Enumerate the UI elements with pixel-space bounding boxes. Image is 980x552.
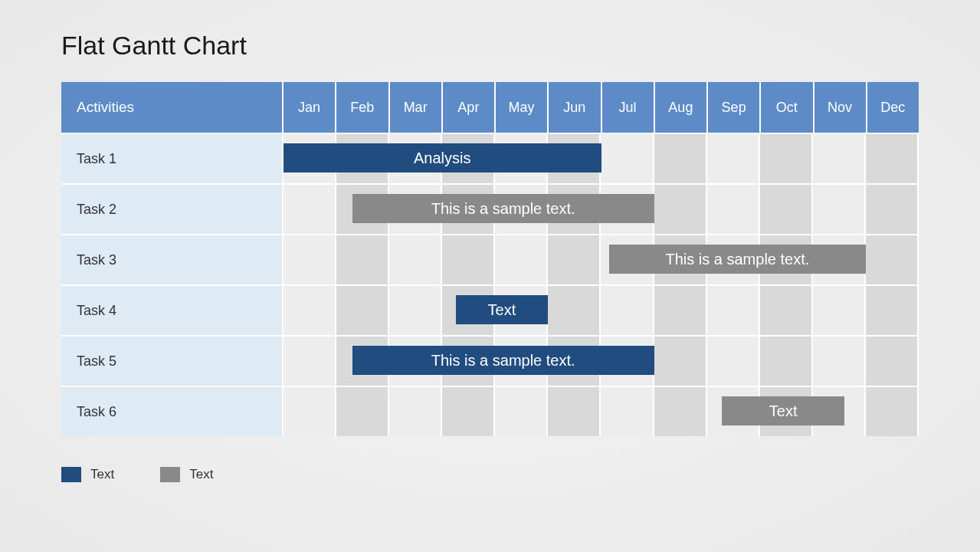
legend: Text Text [61,467,919,482]
grid-cell [707,133,760,183]
task-name: Task 3 [61,234,284,284]
grid-cell [389,234,442,284]
grid-cell [707,183,760,234]
header-month: Nov [814,82,867,133]
header-activities: Activities [61,82,284,133]
legend-item: Text [61,467,114,482]
header-month: Apr [443,82,496,133]
grid-cell [866,284,919,335]
grid-cell [336,386,389,436]
table-row: Task 1Analysis [61,133,919,183]
grid-cell [601,284,654,335]
gantt-body: Task 1AnalysisTask 2This is a sample tex… [61,133,919,436]
grid-cell [284,234,336,284]
grid-cell [760,335,813,386]
grid-cell [336,234,389,284]
grid-cell [389,386,442,436]
header-month: Jun [549,82,601,133]
header-month: Sep [708,82,761,133]
grid-cell [389,284,442,335]
grid-cell [336,284,389,335]
grid-cell [813,284,866,335]
task-name: Task 5 [61,335,284,386]
grid-cell [601,133,654,183]
table-row: Task 6Text [61,386,919,436]
grid-cell [813,335,866,386]
table-row: Task 3This is a sample text. [61,234,919,284]
header-month: Dec [867,82,919,133]
gantt-bar[interactable]: Text [722,396,844,426]
grid-cell [866,335,919,386]
gantt-chart: Activities Jan Feb Mar Apr May Jun Jul A… [61,82,919,436]
grid-cell [442,386,495,436]
grid-cell [442,234,495,284]
grid-cell [601,386,654,436]
grid-cell [495,386,548,436]
grid-cell [866,234,919,284]
legend-swatch-blue [61,467,81,482]
header-month: Aug [655,82,708,133]
header-month: Feb [336,82,389,133]
gantt-header-row: Activities Jan Feb Mar Apr May Jun Jul A… [61,82,919,133]
grid-cell [284,386,336,436]
header-month: Mar [390,82,443,133]
grid-cell [548,234,601,284]
page-title: Flat Gantt Chart [61,31,919,61]
grid-cell [654,335,707,386]
gantt-bar[interactable]: Text [456,295,549,324]
grid-cell [654,133,707,183]
grid-cell [707,335,760,386]
grid-cell [760,284,813,335]
grid-cell [654,386,707,436]
grid-cell [866,183,919,234]
task-name: Task 6 [61,386,284,436]
header-month: May [496,82,549,133]
legend-item: Text [160,467,213,482]
gantt-bar[interactable]: This is a sample text. [352,346,654,375]
grid-cell [813,133,866,183]
table-row: Task 5This is a sample text. [61,335,919,386]
legend-label: Text [90,467,114,482]
grid-cell [654,284,707,335]
grid-cell [284,284,336,335]
grid-cell [548,386,601,436]
grid-cell [495,234,548,284]
grid-cell [813,183,866,234]
header-month: Jan [284,82,336,133]
grid-cell [654,183,707,234]
grid-cell [284,335,336,386]
gantt-bar[interactable]: This is a sample text. [609,245,866,274]
legend-swatch-gray [160,467,180,482]
grid-cell [548,284,601,335]
gantt-bar[interactable]: This is a sample text. [352,194,654,223]
header-month: Oct [761,82,814,133]
header-month: Jul [602,82,655,133]
grid-cell [760,133,813,183]
task-name: Task 1 [61,133,284,183]
grid-cell [760,183,813,234]
grid-cell [866,133,919,183]
task-name: Task 2 [61,183,284,234]
legend-label: Text [189,467,213,482]
table-row: Task 2This is a sample text. [61,183,919,234]
gantt-bar[interactable]: Analysis [284,143,601,172]
grid-cell [707,284,760,335]
task-name: Task 4 [61,284,284,335]
table-row: Task 4Text [61,284,919,335]
grid-cell [284,183,336,234]
grid-cell [866,386,919,436]
